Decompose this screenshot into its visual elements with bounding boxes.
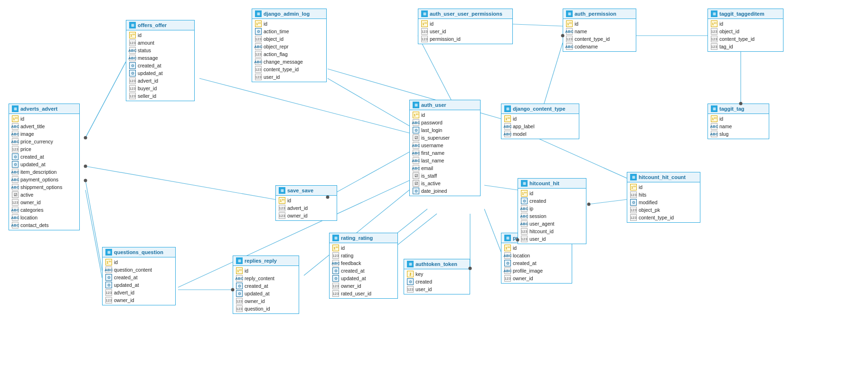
pk-icon: 1²³ <box>504 115 511 122</box>
abc-icon: ABC <box>12 184 19 190</box>
table-body: 1²³id ABClocation ⊙created_at ABCprofile… <box>501 243 572 283</box>
field-model: ABCmodel <box>501 130 579 138</box>
table-icon: ⊞ <box>279 187 285 194</box>
table-taggit-taggeditem: ⊞ taggit_taggeditem 1²³id 123object_id 1… <box>708 9 783 52</box>
abc-icon: ABC <box>12 207 19 213</box>
dt-icon: ⊙ <box>105 274 112 281</box>
dot-auth-perm <box>561 34 565 38</box>
field-advert-id: 123advert_id <box>276 204 337 212</box>
field-created-at: ⊙created_at <box>501 259 572 267</box>
table-title: offers_offer <box>138 22 167 28</box>
table-save-save: ⊞ save_save 1²³id 123advert_id 123owner_… <box>275 185 337 221</box>
dot-questions-replies <box>231 288 235 292</box>
abc-icon: ABC <box>504 252 511 259</box>
num-icon: 123 <box>630 207 637 213</box>
table-icon: ⊞ <box>413 102 419 108</box>
field-content-type-id: 123content_type_id <box>252 66 326 73</box>
table-title: django_admin_log <box>264 11 310 17</box>
table-title: taggit_tag <box>719 106 745 112</box>
field-is-active: ☑is_active <box>410 180 480 187</box>
table-icon: ⊞ <box>407 261 414 267</box>
table-icon: ⊞ <box>504 105 511 112</box>
svg-line-20 <box>484 209 501 252</box>
field-seller-id: 123seller_id <box>126 92 194 100</box>
num-icon: 123 <box>332 252 339 259</box>
abc-icon: ABC <box>504 131 511 137</box>
field-key: ⚷key <box>404 270 470 278</box>
num-icon: 123 <box>279 212 285 219</box>
num-icon: 123 <box>255 66 262 73</box>
pk-icon: ⚷ <box>407 271 414 277</box>
bool-icon: ☑ <box>413 180 419 187</box>
abc-icon: ABC <box>566 43 573 50</box>
field-id: 1²³id <box>518 190 586 197</box>
table-body: 1²³id 123object_id 123content_type_id 12… <box>708 19 783 51</box>
table-adverts-advert: ⊞ adverts_advert 1²³id ABCadvert_title A… <box>9 104 80 230</box>
field-advert-title: ABCadvert_title <box>9 123 79 130</box>
table-title: questions_question <box>114 249 163 255</box>
pk-icon: 1²³ <box>413 112 419 118</box>
field-status: ABCstatus <box>126 47 194 54</box>
field-tag-id: 123tag_id <box>708 43 783 50</box>
field-owner-id: 123owner_id <box>103 296 175 304</box>
table-body: 1²³id ⊙action_time 123object_id ABCobjec… <box>252 19 326 82</box>
pk-icon: 1²³ <box>279 197 285 204</box>
field-updated-at: ⊙updated_at <box>126 69 194 77</box>
abc-icon: ABC <box>504 267 511 274</box>
field-owner-id: 123owner_id <box>276 212 337 219</box>
field-change-msg: ABCchange_message <box>252 58 326 66</box>
dt-icon: ⊙ <box>630 199 637 206</box>
field-question-id: 123question_id <box>233 305 299 313</box>
svg-line-2 <box>85 180 102 271</box>
table-icon: ⊞ <box>421 10 428 17</box>
abc-icon: ABC <box>12 176 19 183</box>
field-reply-content: ABCreply_content <box>233 275 299 282</box>
table-title: hitcount_hit_count <box>639 174 686 180</box>
abc-icon: ABC <box>711 131 717 137</box>
dt-icon: ⊙ <box>236 283 243 289</box>
num-icon: 123 <box>521 228 528 235</box>
field-id: 1²³id <box>233 267 299 275</box>
table-header: ⊞ rating_rating <box>330 233 397 243</box>
table-title: adverts_advert <box>20 106 57 112</box>
table-body: 1²³id ABCpassword ⊙last_login ☑is_superu… <box>410 110 480 196</box>
field-email: ABCemail <box>410 164 480 172</box>
field-user-id: 123user_id <box>418 28 512 35</box>
table-django-admin-log: ⊞ django_admin_log 1²³id ⊙action_time 12… <box>252 9 327 82</box>
bool-icon: ☑ <box>413 134 419 141</box>
dt-icon: ⊙ <box>332 275 339 282</box>
table-icon: ⊞ <box>255 10 262 17</box>
dt-icon: ⊙ <box>521 198 528 204</box>
table-body: ⚷key ⊙created 123user_id <box>404 269 470 294</box>
field-created-at: ⊙created_at <box>9 153 79 161</box>
svg-line-22 <box>484 185 518 190</box>
svg-line-12 <box>328 152 409 197</box>
abc-icon: ABC <box>12 169 19 175</box>
field-created-at: ⊙created_at <box>103 274 175 281</box>
field-location: ABClocation <box>501 252 572 259</box>
field-permission-id: 123permission_id <box>418 35 512 43</box>
dt-icon: ⊙ <box>407 278 414 285</box>
pk-icon: 1²³ <box>105 259 112 265</box>
num-icon: 123 <box>421 28 428 35</box>
svg-line-5 <box>328 78 409 126</box>
table-header: ⊞ replies_reply <box>233 256 299 266</box>
field-user-id: 123user_id <box>252 73 326 81</box>
pk-icon: 1²³ <box>711 20 717 27</box>
pk-icon: 1²³ <box>421 20 428 27</box>
field-hits: 123hits <box>627 191 700 199</box>
field-codename: ABCcodename <box>563 43 636 50</box>
table-header: ⊞ questions_question <box>103 247 175 257</box>
diagram-container: ⊞ adverts_advert 1²³id ABCadvert_title A… <box>0 0 868 379</box>
svg-line-1 <box>85 166 275 199</box>
pk-icon: 1²³ <box>711 115 717 122</box>
table-header-adverts-advert: ⊞ adverts_advert <box>9 104 79 114</box>
field-app-label: ABCapp_label <box>501 123 579 130</box>
table-icon: ⊞ <box>711 105 717 112</box>
field-owner-id: 123owner_id <box>9 199 79 206</box>
field-content-type-id: 123content_type_id <box>563 35 636 43</box>
field-user-id: 123user_id <box>518 235 586 243</box>
field-created-at: ⊙created_at <box>330 267 397 275</box>
table-body: 1²³id 123hits ⊙modified 123object_pk 123… <box>627 182 700 222</box>
table-auth-user: ⊞ auth_user 1²³id ABCpassword ⊙last_logi… <box>409 100 481 196</box>
